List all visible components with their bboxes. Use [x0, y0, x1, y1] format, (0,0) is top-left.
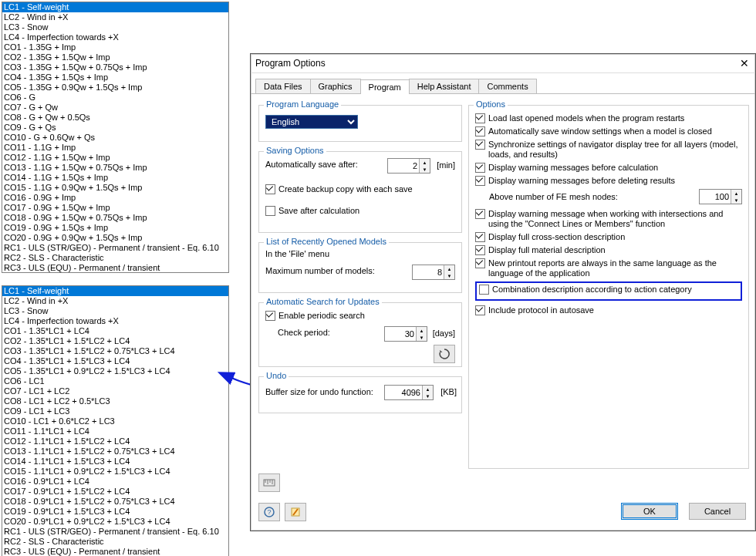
option-checkbox-3[interactable]: Display warning messages before calculat…	[475, 163, 742, 173]
dialog-title: Program Options	[255, 58, 326, 69]
group-undo: Undo Buffer size for undo function: ▲▼ […	[258, 376, 462, 413]
list-item[interactable]: CO9 - G + Qs	[2, 123, 228, 133]
list-item[interactable]: RC3 - ULS (EQU) - Permanent / transient	[2, 547, 228, 556]
help-icon-button[interactable]: ?	[258, 503, 280, 521]
list-item[interactable]: CO16 - 0.9*LC1 + LC4	[2, 477, 228, 487]
list-item[interactable]: CO20 - 0.9G + 0.9Qw + 1.5Qs + Imp	[2, 233, 228, 243]
list-item[interactable]: RC3 - ULS (EQU) - Permanent / transient	[2, 263, 228, 273]
list-item[interactable]: CO11 - 1.1*LC1 + LC4	[2, 426, 228, 436]
option-checkbox-1[interactable]: Automatically save window settings when …	[475, 126, 742, 136]
option-checkbox-4[interactable]: Display warning messages before deleting…	[475, 176, 742, 186]
list-item[interactable]: CO4 - 1.35G + 1.5Qs + Imp	[2, 72, 228, 83]
list-item[interactable]: CO17 - 0.9*LC1 + 1.5*LC2 + LC4	[2, 487, 228, 497]
recent-hint: In the 'File' menu	[265, 249, 329, 258]
list-item[interactable]: RC2 - SLS - Characteristic	[2, 253, 228, 263]
ok-button[interactable]: OK	[621, 503, 678, 520]
list-item[interactable]: LC2 - Wind in +X	[2, 296, 228, 306]
checkbox-enable-periodic[interactable]: Enable periodic search	[265, 311, 365, 321]
list-item[interactable]: CO2 - 1.35*LC1 + 1.5*LC2 + LC4	[2, 336, 228, 346]
tab-comments[interactable]: Comments	[478, 79, 536, 93]
list-item[interactable]: CO3 - 1.35G + 1.5Qw + 0.75Qs + Imp	[2, 62, 228, 72]
tab-program[interactable]: Program	[360, 79, 410, 94]
svg-text:?: ?	[267, 508, 271, 516]
option-checkbox-0[interactable]: Load last opened models when the program…	[475, 113, 742, 123]
list-item[interactable]: CO10 - G + 0.6Qw + Qs	[2, 133, 228, 143]
defaults-icon-button[interactable]	[285, 503, 306, 521]
close-icon[interactable]: ✕	[737, 56, 752, 71]
checkbox-save-after-calc[interactable]: Save after calculation	[265, 206, 359, 216]
list-item[interactable]: CO1 - 1.35G + Imp	[2, 42, 228, 52]
list-item[interactable]: CO7 - G + Qw	[2, 103, 228, 113]
max-models-spinner[interactable]: ▲▼	[412, 265, 455, 280]
group-caption: Undo	[264, 371, 289, 380]
list-item[interactable]: CO5 - 1.35*LC1 + 0.9*LC2 + 1.5*LC3 + LC4	[2, 366, 228, 376]
list-item[interactable]: CO16 - 0.9G + Imp	[2, 193, 228, 203]
option-checkbox-2[interactable]: Synchronize settings of navigator displa…	[475, 140, 742, 160]
group-saving-options: Saving Options Automatically save after:…	[258, 151, 462, 233]
list-item[interactable]: CO10 - LC1 + 0.6*LC2 + LC3	[2, 416, 228, 426]
list-item[interactable]: CO12 - 1.1G + 1.5Qw + Imp	[2, 153, 228, 163]
checkbox-include-protocol[interactable]: Include protocol in autosave	[475, 305, 742, 315]
list-item[interactable]: CO18 - 0.9*LC1 + 1.5*LC2 + 0.75*LC3 + LC…	[2, 497, 228, 507]
fe-nodes-label: Above number of FE mesh nodes:	[489, 192, 618, 201]
list-item[interactable]: LC3 - Snow	[2, 306, 228, 316]
list-item[interactable]: CO13 - 1.1*LC1 + 1.5*LC2 + 0.75*LC3 + LC…	[2, 446, 228, 457]
auto-save-unit: [min]	[437, 160, 455, 170]
max-models-label: Maximum number of models:	[265, 266, 375, 275]
option2-checkbox-1[interactable]: Display full cross-section description	[475, 232, 742, 242]
combination-list-by-loadcase[interactable]: LC1 - Self-weightLC2 - Wind in +XLC3 - S…	[2, 285, 229, 556]
list-item[interactable]: LC1 - Self-weight	[2, 286, 228, 296]
list-item[interactable]: CO4 - 1.35*LC1 + 1.5*LC3 + LC4	[2, 356, 228, 366]
list-item[interactable]: CO19 - 0.9G + 1.5Qs + Imp	[2, 223, 228, 233]
option2-checkbox-2[interactable]: Display full material description	[475, 245, 742, 255]
list-item[interactable]: CO13 - 1.1G + 1.5Qw + 0.75Qs + Imp	[2, 163, 228, 173]
list-item[interactable]: RC2 - SLS - Characteristic	[2, 537, 228, 547]
list-item[interactable]: LC4 - Imperfection towards +X	[2, 316, 228, 326]
language-select[interactable]: English	[265, 115, 358, 129]
list-item[interactable]: CO8 - LC1 + LC2 + 0.5*LC3	[2, 396, 228, 406]
list-item[interactable]: CO9 - LC1 + LC3	[2, 406, 228, 416]
list-item[interactable]: CO20 - 0.9*LC1 + 0.9*LC2 + 1.5*LC3 + LC4	[2, 517, 228, 527]
list-item[interactable]: CO18 - 0.9G + 1.5Qw + 0.75Qs + Imp	[2, 213, 228, 223]
list-item[interactable]: LC4 - Imperfection towards +X	[2, 32, 228, 42]
checkbox-combination-description[interactable]: Combination description according to act…	[479, 285, 738, 295]
check-period-unit: [days]	[433, 329, 455, 338]
list-item[interactable]: CO11 - 1.1G + Imp	[2, 143, 228, 153]
list-item[interactable]: CO3 - 1.35*LC1 + 1.5*LC2 + 0.75*LC3 + LC…	[2, 346, 228, 356]
list-item[interactable]: CO14 - 1.1*LC1 + 1.5*LC3 + LC4	[2, 457, 228, 467]
list-item[interactable]: LC1 - Self-weight	[2, 2, 228, 12]
list-item[interactable]: CO17 - 0.9G + 1.5Qw + Imp	[2, 203, 228, 213]
list-item[interactable]: CO8 - G + Qw + 0.5Qs	[2, 113, 228, 123]
auto-save-label: Automatically save after:	[265, 160, 358, 169]
list-item[interactable]: LC2 - Wind in +X	[2, 12, 228, 22]
list-item[interactable]: CO15 - 1.1*LC1 + 0.9*LC2 + 1.5*LC3 + LC4	[2, 467, 228, 477]
check-period-spinner[interactable]: ▲▼	[384, 326, 427, 342]
list-item[interactable]: CO15 - 1.1G + 0.9Qw + 1.5Qs + Imp	[2, 183, 228, 193]
list-item[interactable]: LC3 - Snow	[2, 22, 228, 32]
list-item[interactable]: CO6 - G	[2, 93, 228, 103]
option2-checkbox-0[interactable]: Display warning message when working wit…	[475, 209, 742, 229]
undo-buffer-spinner[interactable]: ▲▼	[384, 385, 434, 400]
list-item[interactable]: RC1 - ULS (STR/GEO) - Permanent / transi…	[2, 243, 228, 253]
list-item[interactable]: RC1 - ULS (STR/GEO) - Permanent / transi…	[2, 527, 228, 537]
option2-checkbox-3[interactable]: New printout reports are always in the s…	[475, 258, 742, 278]
list-item[interactable]: CO6 - LC1	[2, 376, 228, 386]
auto-save-spinner[interactable]: ▲▼	[387, 158, 430, 174]
check-updates-now-button[interactable]	[434, 345, 455, 363]
tab-graphics[interactable]: Graphics	[310, 79, 361, 93]
list-item[interactable]: CO12 - 1.1*LC1 + 1.5*LC2 + LC4	[2, 436, 228, 446]
fe-nodes-spinner[interactable]: ▲▼	[699, 189, 742, 204]
list-item[interactable]: CO14 - 1.1G + 1.5Qs + Imp	[2, 173, 228, 183]
units-icon-button[interactable]	[258, 473, 280, 492]
combination-list-by-action[interactable]: LC1 - Self-weightLC2 - Wind in +XLC3 - S…	[2, 2, 229, 273]
tab-data-files[interactable]: Data Files	[255, 79, 311, 93]
list-item[interactable]: CO1 - 1.35*LC1 + LC4	[2, 326, 228, 336]
list-item[interactable]: CO2 - 1.35G + 1.5Qw + Imp	[2, 52, 228, 62]
list-item[interactable]: CO7 - LC1 + LC2	[2, 386, 228, 396]
cancel-button[interactable]: Cancel	[689, 503, 746, 520]
group-caption: List of Recently Opened Models	[264, 237, 389, 246]
checkbox-backup-copy[interactable]: Create backup copy with each save	[265, 184, 413, 194]
list-item[interactable]: CO19 - 0.9*LC1 + 1.5*LC3 + LC4	[2, 507, 228, 517]
tab-help-assistant[interactable]: Help Assistant	[409, 79, 480, 93]
list-item[interactable]: CO5 - 1.35G + 0.9Qw + 1.5Qs + Imp	[2, 83, 228, 93]
